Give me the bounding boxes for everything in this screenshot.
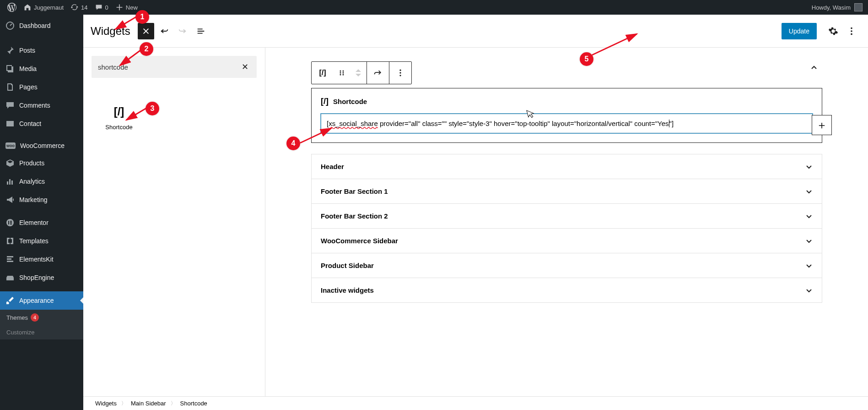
new-label: New (126, 4, 138, 11)
svg-point-10 (343, 71, 344, 72)
chart-icon (5, 177, 15, 186)
annotation-4: 4 (286, 137, 300, 150)
inserter-toggle[interactable] (138, 23, 154, 39)
horn-icon (5, 195, 15, 204)
chevron-down-icon (805, 287, 813, 294)
area-footer1[interactable]: Footer Bar Section 1 (311, 179, 822, 203)
breadcrumb-shortcode[interactable]: Shortcode (180, 400, 207, 407)
editor-header: Widgets Update (83, 15, 868, 48)
chevron-down-icon (805, 213, 813, 220)
editor-canvas: [/] (265, 48, 868, 396)
submenu-themes[interactable]: Themes 4 (0, 310, 83, 325)
site-link[interactable]: Juggernaut (20, 0, 67, 15)
user-menu[interactable]: Howdy, Wasim (812, 3, 864, 11)
content-area: Widgets Update ✕ [/] (83, 15, 868, 410)
menu-marketing[interactable]: Marketing (0, 191, 83, 209)
comments-link[interactable]: 0 (92, 0, 112, 15)
block-toolbar: [/] (311, 61, 412, 84)
comment-icon (5, 101, 15, 110)
menu-dashboard[interactable]: Dashboard (0, 15, 83, 37)
area-header[interactable]: Header (311, 154, 822, 179)
svg-point-16 (399, 72, 401, 73)
undo-button[interactable] (156, 23, 173, 39)
menu-posts[interactable]: Posts (0, 41, 83, 60)
svg-point-7 (851, 30, 852, 32)
settings-button[interactable] (824, 22, 842, 40)
area-inactive[interactable]: Inactive widgets (311, 278, 822, 303)
breadcrumb: Widgets 〉 Main Sidebar 〉 Shortcode (83, 396, 868, 410)
list-view-button[interactable] (193, 23, 209, 39)
menu-appearance[interactable]: Appearance (0, 291, 83, 310)
menu-comments[interactable]: Comments (0, 96, 83, 115)
shortcode-block-title: Shortcode (333, 98, 367, 105)
annotation-1: 1 (135, 10, 149, 24)
menu-products[interactable]: Products (0, 154, 83, 172)
submenu-customize[interactable]: Customize (0, 325, 83, 339)
collapse-area-button[interactable] (806, 60, 822, 76)
area-woo-sidebar[interactable]: WooCommerce Sidebar (311, 228, 822, 253)
area-footer2[interactable]: Footer Bar Section 2 (311, 203, 822, 228)
update-button[interactable]: Update (782, 23, 817, 39)
shortcode-block[interactable]: [/] Shortcode [xs_social_share provider=… (311, 88, 822, 143)
chevron-down-icon (805, 237, 813, 245)
svg-rect-5 (10, 224, 12, 224)
chevron-down-icon (805, 188, 813, 195)
menu-elementskit[interactable]: ElementsKit (0, 250, 83, 268)
svg-point-14 (343, 74, 344, 76)
media-icon (5, 64, 15, 73)
annotation-5: 5 (580, 52, 593, 66)
comments-count: 0 (105, 4, 108, 11)
svg-point-9 (340, 71, 341, 72)
menu-contact[interactable]: Contact (0, 115, 83, 133)
admin-sidebar: Dashboard Posts Media Pages Comments Con… (0, 15, 83, 410)
page-title: Widgets (91, 25, 130, 38)
breadcrumb-widgets[interactable]: Widgets (95, 400, 117, 407)
annotation-3: 3 (146, 102, 159, 115)
svg-point-6 (851, 27, 852, 29)
block-search-input[interactable] (98, 63, 240, 71)
move-buttons[interactable] (350, 62, 367, 84)
menu-shopengine[interactable]: ShopEngine (0, 268, 83, 287)
dashboard-icon (5, 21, 15, 30)
more-options-button[interactable] (842, 22, 861, 40)
menu-woocommerce[interactable]: woo WooCommerce (0, 137, 83, 154)
clear-search-icon[interactable]: ✕ (240, 60, 250, 74)
block-result-shortcode[interactable]: [/] Shortcode (92, 96, 146, 134)
shortcode-input[interactable]: [xs_social_share provider="all" class=""… (321, 114, 813, 133)
shortcode-icon: [/] (321, 97, 329, 106)
block-inserter-panel: ✕ [/] Shortcode (83, 48, 265, 396)
shortcode-icon: [/] (114, 105, 124, 118)
drag-handle[interactable] (334, 62, 350, 84)
chevron-down-icon (805, 163, 813, 170)
elementor-icon (5, 218, 15, 227)
avatar (854, 3, 863, 11)
svg-point-12 (343, 72, 344, 74)
mail-icon (5, 119, 15, 128)
move-to-button[interactable] (367, 62, 389, 84)
chevron-right-icon: 〉 (121, 400, 126, 407)
wp-logo[interactable] (4, 0, 20, 15)
annotation-2: 2 (140, 42, 153, 56)
chevron-right-icon: 〉 (171, 400, 176, 407)
menu-analytics[interactable]: Analytics (0, 172, 83, 191)
ekit-icon (5, 255, 15, 264)
widget-areas-list: Header Footer Bar Section 1 Footer Bar S… (311, 154, 822, 303)
breadcrumb-main-sidebar[interactable]: Main Sidebar (131, 400, 166, 407)
themes-badge: 4 (31, 313, 39, 322)
templates-icon (5, 236, 15, 246)
svg-point-11 (340, 72, 341, 74)
block-more-button[interactable] (389, 62, 411, 84)
block-search[interactable]: ✕ (92, 56, 257, 78)
chevron-down-icon (805, 262, 813, 269)
menu-templates[interactable]: Templates (0, 232, 83, 250)
add-block-button[interactable]: ＋ (812, 115, 832, 135)
svg-point-13 (340, 74, 341, 76)
svg-point-8 (851, 33, 852, 35)
menu-pages[interactable]: Pages (0, 78, 83, 96)
updates-link[interactable]: 14 (67, 0, 91, 15)
updates-count: 14 (81, 4, 87, 11)
menu-media[interactable]: Media (0, 60, 83, 78)
menu-elementor[interactable]: Elementor (0, 213, 83, 232)
block-type-button[interactable]: [/] (312, 62, 334, 84)
area-product-sidebar[interactable]: Product Sidebar (311, 253, 822, 278)
